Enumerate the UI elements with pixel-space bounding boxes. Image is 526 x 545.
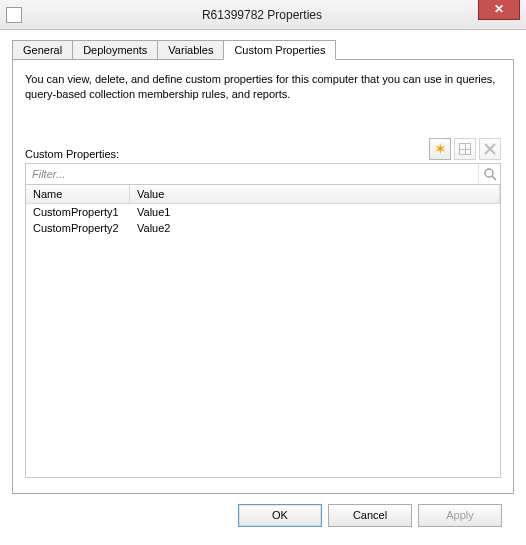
- apply-button[interactable]: Apply: [418, 504, 502, 527]
- cell-value: Value1: [130, 204, 500, 220]
- properties-grid: Name Value CustomProperty1 Value1 Custom…: [25, 185, 501, 478]
- cell-value: Value2: [130, 220, 500, 236]
- tab-strip: General Deployments Variables Custom Pro…: [12, 40, 514, 60]
- cell-name: CustomProperty2: [26, 220, 130, 236]
- svg-point-0: [485, 169, 493, 177]
- grid-header: Name Value: [26, 185, 500, 204]
- tab-custom-properties[interactable]: Custom Properties: [223, 40, 336, 60]
- ok-button[interactable]: OK: [238, 504, 322, 527]
- svg-line-1: [492, 176, 496, 180]
- dialog-buttons: OK Cancel Apply: [12, 494, 514, 527]
- tab-deployments[interactable]: Deployments: [72, 40, 158, 60]
- table-row[interactable]: CustomProperty2 Value2: [26, 220, 500, 236]
- title-bar: R61399782 Properties ✕: [0, 0, 526, 30]
- properties-icon: [459, 143, 471, 155]
- filter-input[interactable]: [26, 164, 478, 184]
- delete-property-button[interactable]: [479, 138, 501, 160]
- new-property-button[interactable]: ✶: [429, 138, 451, 160]
- grid-body: CustomProperty1 Value1 CustomProperty2 V…: [26, 204, 500, 236]
- tab-general[interactable]: General: [12, 40, 73, 60]
- new-icon: ✶: [434, 141, 447, 156]
- close-icon: ✕: [494, 2, 504, 16]
- cell-name: CustomProperty1: [26, 204, 130, 220]
- delete-icon: [484, 143, 496, 155]
- column-header-name[interactable]: Name: [26, 185, 130, 203]
- window-title: R61399782 Properties: [28, 0, 526, 29]
- table-row[interactable]: CustomProperty1 Value1: [26, 204, 500, 220]
- tab-panel: You can view, delete, and define custom …: [12, 59, 514, 494]
- search-icon[interactable]: [478, 164, 500, 184]
- tab-variables[interactable]: Variables: [157, 40, 224, 60]
- window-icon: [6, 7, 22, 23]
- toolbar: ✶: [429, 138, 501, 160]
- edit-property-button[interactable]: [454, 138, 476, 160]
- cancel-button[interactable]: Cancel: [328, 504, 412, 527]
- filter-row: [25, 163, 501, 185]
- description-text: You can view, delete, and define custom …: [25, 72, 501, 102]
- column-header-value[interactable]: Value: [130, 185, 500, 203]
- section-label: Custom Properties:: [25, 148, 119, 160]
- close-button[interactable]: ✕: [478, 0, 520, 20]
